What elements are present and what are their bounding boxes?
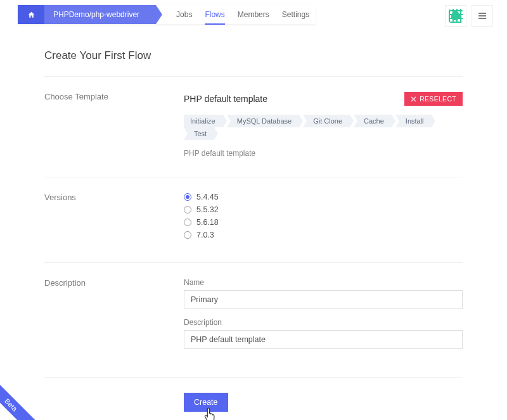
page-title: Create Your First Flow bbox=[44, 49, 463, 62]
reselect-label: RESELECT bbox=[420, 95, 456, 103]
close-icon bbox=[411, 96, 416, 102]
section-label-versions: Versions bbox=[44, 193, 184, 243]
section-label-description: Description bbox=[44, 278, 184, 358]
radio-icon bbox=[184, 206, 191, 213]
tab-members[interactable]: Members bbox=[231, 5, 276, 24]
version-label: 5.4.45 bbox=[196, 193, 219, 201]
section-description: Description Name Description bbox=[44, 278, 463, 358]
pipeline-step[interactable]: Initialize bbox=[184, 115, 223, 127]
home-icon bbox=[27, 11, 35, 19]
version-option[interactable]: 5.6.18 bbox=[184, 218, 463, 227]
beta-ribbon: Beta bbox=[0, 378, 39, 420]
tab-settings[interactable]: Settings bbox=[276, 5, 316, 24]
version-option[interactable]: 5.5.32 bbox=[184, 205, 463, 214]
radio-icon bbox=[184, 219, 191, 226]
version-label: 5.5.32 bbox=[196, 205, 219, 214]
divider bbox=[44, 262, 463, 263]
section-actions: Create bbox=[44, 393, 463, 412]
menu-button[interactable] bbox=[472, 5, 493, 27]
home-button[interactable] bbox=[18, 5, 44, 24]
version-option[interactable]: 5.4.45 bbox=[184, 193, 463, 201]
divider bbox=[44, 177, 463, 177]
topright-controls bbox=[445, 5, 493, 27]
name-input[interactable] bbox=[184, 290, 463, 309]
template-name: PHP default template bbox=[184, 94, 267, 104]
pipeline-step[interactable]: Git Clone bbox=[303, 115, 350, 127]
radio-icon bbox=[184, 193, 191, 201]
description-input[interactable] bbox=[184, 330, 463, 349]
template-subtitle: PHP default template bbox=[184, 149, 463, 158]
section-label-template: Choose Template bbox=[44, 92, 184, 158]
section-versions: Versions 5.4.45 5.5.32 5.6.18 7.0.3 bbox=[44, 193, 463, 243]
radio-icon bbox=[184, 231, 191, 239]
hamburger-icon bbox=[478, 12, 487, 20]
version-option[interactable]: 7.0.3 bbox=[184, 231, 463, 239]
name-field-label: Name bbox=[184, 278, 463, 287]
pipeline-step[interactable]: Test bbox=[184, 127, 214, 140]
desc-field-label: Description bbox=[184, 318, 463, 327]
reselect-button[interactable]: RESELECT bbox=[404, 92, 463, 106]
create-label: Create bbox=[194, 398, 218, 407]
tab-flows[interactable]: Flows bbox=[198, 5, 231, 24]
divider bbox=[44, 377, 463, 378]
breadcrumb-project[interactable]: PHPDemo/php-webdriver bbox=[44, 5, 156, 24]
main-content: Create Your First Flow Choose Template P… bbox=[44, 49, 463, 420]
create-button[interactable]: Create bbox=[184, 393, 228, 412]
tab-jobs[interactable]: Jobs bbox=[170, 5, 198, 24]
pipeline-step[interactable]: Cache bbox=[354, 115, 392, 127]
user-avatar-button[interactable] bbox=[445, 5, 466, 27]
divider bbox=[44, 76, 463, 77]
nav-tabs: Jobs Flows Members Settings bbox=[156, 5, 316, 24]
top-nav: PHPDemo/php-webdriver Jobs Flows Members… bbox=[18, 5, 316, 24]
pipeline-step[interactable]: MySQL Database bbox=[227, 115, 299, 127]
version-label: 5.6.18 bbox=[196, 218, 219, 227]
avatar-icon bbox=[449, 9, 463, 23]
pipeline-steps: Initialize MySQL Database Git Clone Cach… bbox=[184, 115, 463, 140]
version-label: 7.0.3 bbox=[196, 231, 214, 239]
pipeline-step[interactable]: Install bbox=[395, 115, 432, 127]
beta-label: Beta bbox=[3, 397, 18, 412]
section-template: Choose Template PHP default template RES… bbox=[44, 92, 463, 158]
breadcrumb-label: PHPDemo/php-webdriver bbox=[53, 10, 139, 19]
